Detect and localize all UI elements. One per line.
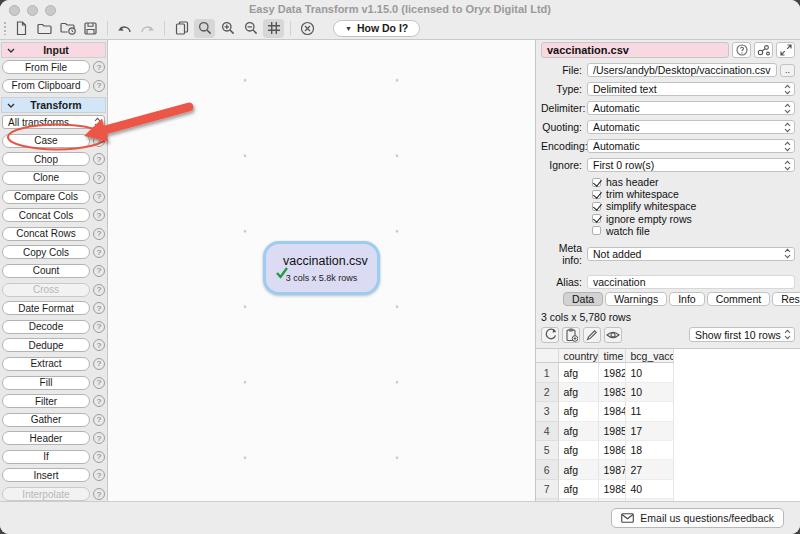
transform-button[interactable]: Concat Cols xyxy=(2,208,90,222)
browse-button[interactable]: .. xyxy=(780,64,795,77)
transform-button[interactable]: Interpolate xyxy=(2,487,90,501)
checkbox[interactable] xyxy=(592,214,601,223)
open-folder-icon[interactable] xyxy=(34,19,55,38)
zoom-icon[interactable] xyxy=(194,19,215,38)
table-row[interactable]: 7 afg 1988 40 xyxy=(536,479,800,498)
transform-button[interactable]: Fill xyxy=(2,376,90,390)
flow-canvas[interactable]: vaccination.csv 3 cols x 5.8k rows xyxy=(108,40,535,501)
help-icon[interactable] xyxy=(93,191,105,203)
dataset-node-vaccination[interactable]: vaccination.csv 3 cols x 5.8k rows xyxy=(263,241,380,295)
transform-button[interactable]: Header xyxy=(2,431,90,445)
inspector-tab[interactable]: Info xyxy=(669,292,705,306)
cancel-icon[interactable] xyxy=(297,19,318,38)
table-row[interactable]: 1 afg 1982 10 xyxy=(536,363,800,382)
table-row[interactable]: 3 afg 1984 11 xyxy=(536,402,800,421)
help-icon[interactable] xyxy=(93,153,105,165)
help-icon[interactable] xyxy=(93,135,105,147)
setting-select[interactable]: Automatic xyxy=(587,139,795,153)
help-icon[interactable] xyxy=(93,80,105,92)
link-nodes-icon[interactable] xyxy=(754,42,773,58)
alias-input[interactable]: vaccination xyxy=(587,275,795,289)
table-row[interactable]: 5 afg 1986 18 xyxy=(536,441,800,460)
column-header[interactable] xyxy=(536,349,558,363)
transform-button[interactable]: Concat Rows xyxy=(2,227,90,241)
help-icon[interactable] xyxy=(93,321,105,333)
zoom-in-icon[interactable] xyxy=(217,19,238,38)
transform-button[interactable]: Count xyxy=(2,264,90,278)
transform-filter-select[interactable]: All transforms xyxy=(2,115,105,129)
input-button[interactable]: From Clipboard xyxy=(2,79,90,93)
table-row[interactable]: 2 afg 1983 10 xyxy=(536,382,800,401)
duplicate-icon[interactable] xyxy=(171,19,192,38)
help-icon[interactable] xyxy=(93,172,105,184)
setting-select[interactable]: Automatic xyxy=(587,101,795,115)
transform-button[interactable]: Case xyxy=(2,134,90,148)
inspector-tab[interactable]: Warnings xyxy=(605,292,667,306)
undo-icon[interactable] xyxy=(114,19,135,38)
help-icon[interactable] xyxy=(93,395,105,407)
minimize-window-icon[interactable] xyxy=(27,5,38,16)
preview-eye-icon[interactable] xyxy=(604,327,622,343)
setting-select[interactable]: Automatic xyxy=(587,120,795,134)
transform-button[interactable]: Gather xyxy=(2,413,90,427)
edit-icon[interactable] xyxy=(583,327,601,343)
transform-section-header[interactable]: Transform xyxy=(1,97,106,113)
transform-button[interactable]: If xyxy=(2,450,90,464)
help-icon[interactable] xyxy=(93,302,105,314)
column-header[interactable]: time xyxy=(598,349,625,363)
toggle-grid-icon[interactable] xyxy=(263,19,284,38)
transform-button[interactable]: Cross xyxy=(2,283,90,297)
transform-button[interactable]: Copy Cols xyxy=(2,245,90,259)
copy-to-clipboard-icon[interactable] xyxy=(562,327,580,343)
help-icon[interactable] xyxy=(93,209,105,221)
node-name-field[interactable]: vaccination.csv xyxy=(541,42,729,58)
help-icon[interactable] xyxy=(93,339,105,351)
transform-button[interactable]: Clone xyxy=(2,171,90,185)
refresh-icon[interactable] xyxy=(541,327,559,343)
checkbox[interactable] xyxy=(592,178,601,187)
transform-button[interactable]: Dedupe xyxy=(2,338,90,352)
setting-select[interactable]: Delimited text xyxy=(587,82,795,96)
inspector-tab[interactable]: Data xyxy=(563,292,603,306)
save-icon[interactable] xyxy=(80,19,101,38)
meta-info-select[interactable]: Not added xyxy=(587,247,795,261)
help-icon[interactable] xyxy=(93,377,105,389)
table-row[interactable]: 8 afg 1989 38 xyxy=(536,499,800,501)
checkbox[interactable] xyxy=(592,202,601,211)
table-row[interactable]: 4 afg 1985 17 xyxy=(536,421,800,440)
checkbox[interactable] xyxy=(592,226,601,235)
help-icon[interactable] xyxy=(93,469,105,481)
column-header[interactable]: bcg_vacc xyxy=(625,349,673,363)
transform-button[interactable]: Decode xyxy=(2,320,90,334)
file-path-field[interactable]: /Users/andyb/Desktop/vaccination.csv xyxy=(587,63,777,77)
checkbox[interactable] xyxy=(592,190,601,199)
inspector-tab[interactable]: Results xyxy=(772,292,800,306)
help-icon[interactable] xyxy=(93,284,105,296)
help-icon[interactable] xyxy=(732,42,751,58)
help-icon[interactable] xyxy=(93,432,105,444)
open-recent-icon[interactable] xyxy=(57,19,78,38)
transform-button[interactable]: Compare Cols xyxy=(2,190,90,204)
help-icon[interactable] xyxy=(93,451,105,463)
transform-button[interactable]: Insert xyxy=(2,468,90,482)
feedback-button[interactable]: Email us questions/feedback xyxy=(611,508,784,528)
inspector-tab[interactable]: Comment xyxy=(707,292,771,306)
input-section-header[interactable]: Input xyxy=(1,42,106,58)
help-icon[interactable] xyxy=(93,61,105,73)
close-window-icon[interactable] xyxy=(9,5,20,16)
zoom-out-icon[interactable] xyxy=(240,19,261,38)
help-icon[interactable] xyxy=(93,228,105,240)
help-icon[interactable] xyxy=(93,246,105,258)
column-header[interactable]: country xyxy=(558,349,598,363)
transform-button[interactable]: Filter xyxy=(2,394,90,408)
help-icon[interactable] xyxy=(93,265,105,277)
how-do-i-button[interactable]: How Do I? xyxy=(333,20,420,37)
zoom-window-icon[interactable] xyxy=(45,5,56,16)
help-icon[interactable] xyxy=(93,358,105,370)
redo-icon[interactable] xyxy=(137,19,158,38)
transform-button[interactable]: Date Format xyxy=(2,301,90,315)
expand-panel-icon[interactable] xyxy=(776,42,795,58)
table-row[interactable]: 6 afg 1987 27 xyxy=(536,460,800,479)
input-button[interactable]: From File xyxy=(2,60,90,74)
help-icon[interactable] xyxy=(93,414,105,426)
